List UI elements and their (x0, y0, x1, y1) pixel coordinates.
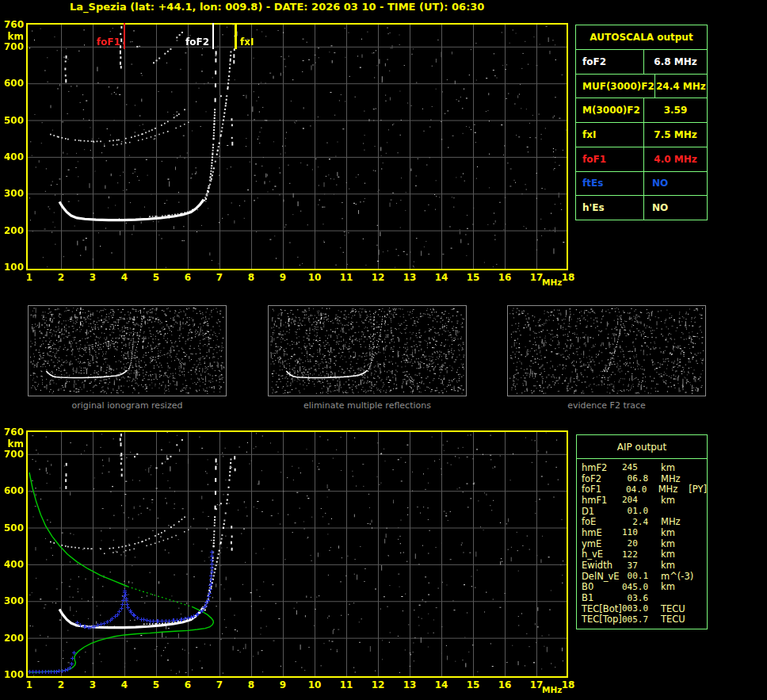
axis-tick-label: 600 (0, 78, 24, 88)
aip-cell: TEC[Bot] (582, 603, 622, 614)
ionogram-canvas-top (26, 23, 568, 270)
autoscala-table-title: AUTOSCALA output (576, 25, 707, 50)
aip-cell: km (661, 581, 693, 592)
table-row: MUF(3000)F2 24.4 MHz (576, 75, 707, 99)
thumbnail-evidence-f2-trace (507, 305, 706, 396)
axis-tick-label: 200 (0, 633, 24, 643)
aip-row: D1 01.0 (577, 506, 707, 517)
aip-cell: TECU (661, 614, 693, 625)
axis-tick-label: 200 (0, 226, 24, 235)
axis-tick-label: 300 (0, 596, 24, 606)
param-label: MUF(3000)F2 (576, 75, 655, 98)
axis-tick-label: 500 (0, 116, 24, 125)
axis-tick-label: 2 (52, 680, 70, 690)
thumbnail-caption: evidence F2 trace (507, 400, 706, 411)
table-row: foF1 4.0 MHz (576, 147, 707, 172)
axis-tick-label: 1 (21, 273, 38, 282)
axis-tick-label: 100 (0, 670, 24, 679)
fxi-marker-line (235, 23, 237, 49)
axis-tick-label: 760 (0, 427, 24, 437)
param-label: M(3000)F2 (576, 98, 644, 122)
aip-row: TEC[Top]005.7TECU (577, 614, 707, 625)
aip-cell: foE (582, 516, 622, 527)
aip-cell: 204 (622, 495, 661, 505)
axis-tick-label: 400 (0, 152, 24, 162)
aip-cell: 110 (622, 527, 661, 537)
aip-row: TEC[Bot]003.0TECU (577, 603, 707, 614)
aip-row: Ewidth 37km (577, 560, 707, 571)
axis-tick-label: 15 (464, 680, 482, 690)
axis-tick-label: km (0, 439, 24, 449)
table-row: ftEs NO (576, 172, 707, 197)
aip-cell: m^(-3) (661, 571, 693, 582)
table-row: h'Es NO (576, 196, 707, 220)
param-label: fxI (576, 123, 644, 147)
axis-tick-label: 16 (496, 273, 513, 282)
thumbnail-original-ionogram (28, 305, 227, 396)
aip-cell: 03.6 (622, 593, 661, 603)
aip-table-body: hmF2245kmfoF2 06.8MHzfoF1 04.0MHz[PY]hmF… (577, 459, 707, 625)
aip-output-table: AIP output hmF2245kmfoF2 06.8MHzfoF1 04.… (576, 434, 708, 629)
aip-cell: 20 (622, 538, 661, 549)
param-value: NO (644, 196, 707, 220)
axis-tick-label: 4 (116, 273, 133, 282)
aip-row: B1 03.6 (577, 592, 707, 603)
axis-tick-label: 600 (0, 486, 24, 495)
ionogram-canvas-bottom (26, 430, 568, 678)
axis-tick-label: 6 (179, 680, 197, 690)
param-value: 6.8 MHz (644, 50, 707, 74)
axis-tick-label: 5 (147, 273, 165, 282)
aip-cell: [PY] (689, 484, 707, 495)
table-row: M(3000)F2 3.59 (576, 98, 707, 123)
aip-cell: hmE (582, 527, 622, 538)
axis-tick-label: 7 (211, 273, 228, 282)
aip-cell: h_vE (582, 549, 622, 560)
axis-tick-label: 10 (306, 680, 323, 690)
autoscala-window: La_Spezia (lat: +44.1, lon: 009.8) - DAT… (0, 0, 767, 700)
axis-tick-label: 5 (147, 680, 165, 690)
aip-cell: 2.4 (622, 517, 661, 527)
axis-tick-label: MHz (542, 685, 562, 694)
aip-cell: DelN_vE (582, 571, 622, 582)
param-label: foF2 (576, 50, 644, 74)
aip-cell: B0 (582, 581, 622, 592)
aip-cell: 00.1 (622, 571, 661, 581)
axis-tick-label: 3 (84, 680, 101, 690)
axis-tick-label: 1 (21, 680, 38, 690)
aip-cell: 01.0 (622, 506, 661, 516)
aip-cell: Ewidth (582, 560, 622, 571)
axis-tick-label: 16 (496, 680, 513, 690)
aip-cell: foF1 (582, 484, 620, 495)
station-date-title: La_Spezia (lat: +44.1, lon: 009.8) - DAT… (70, 1, 484, 13)
aip-row: hmF1204km (577, 495, 707, 506)
thumbnail-eliminate-reflections (268, 305, 467, 396)
aip-row: DelN_vE 00.1m^(-3) (577, 571, 707, 582)
aip-row: foE 2.4MHz (577, 516, 707, 527)
axis-tick-label: 13 (401, 680, 418, 690)
aip-cell: foF2 (582, 473, 622, 484)
axis-tick-label: 14 (433, 273, 450, 282)
axis-tick-label: 11 (338, 680, 355, 690)
axis-tick-label: 4 (116, 680, 133, 690)
axis-tick-label: 7 (211, 680, 228, 690)
table-row: fxI 7.5 MHz (576, 123, 707, 147)
aip-row: B0045.0km (577, 582, 707, 593)
fof2-marker-label: foF2 (182, 37, 209, 48)
axis-tick-label: 15 (464, 273, 482, 282)
aip-row: foF2 06.8MHz (577, 473, 707, 484)
aip-cell: 003.0 (622, 603, 661, 614)
axis-tick-label: 760 (0, 20, 24, 29)
fof1-marker-line (124, 23, 125, 49)
aip-table-title: AIP output (577, 435, 707, 459)
axis-tick-label: 3 (84, 273, 101, 282)
axis-tick-label: 8 (242, 680, 260, 690)
axis-tick-label: 700 (0, 449, 24, 459)
aip-cell: MHz (658, 484, 689, 495)
aip-row: hmF2245km (577, 462, 707, 473)
autoscala-output-table: AUTOSCALA output foF2 6.8 MHz MUF(3000)F… (575, 25, 708, 220)
axis-tick-label: 9 (274, 680, 292, 690)
axis-tick-label: 2 (52, 273, 70, 282)
aip-cell: 005.7 (622, 614, 661, 625)
axis-tick-label: 14 (433, 680, 450, 690)
param-value: 7.5 MHz (644, 123, 707, 147)
